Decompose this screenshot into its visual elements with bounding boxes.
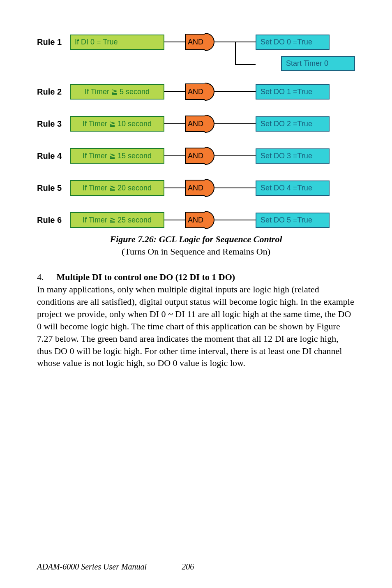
wire [214,188,256,188]
condition-box: If Timer ≧ 10 second [70,116,164,132]
wire [214,123,256,124]
gate-curve [205,211,214,229]
wire [164,123,185,124]
page-number: 206 [182,562,194,571]
wire [164,91,185,92]
gcl-logic-diagram: Rule 1 If DI 0 = True AND Set DO 0 =True… [37,33,355,229]
wire [214,155,256,156]
and-gate: AND [185,115,214,133]
section-title: Multiple DI to control one DO (12 DI to … [57,272,235,282]
gate-label: AND [185,116,205,132]
wire [164,188,185,188]
and-gate: AND [185,147,214,165]
wire [214,91,256,92]
gate-curve [205,179,214,197]
condition-box: If DI 0 = True [70,35,164,50]
manual-title: ADAM-6000 Series User Manual [37,562,147,571]
gate-label: AND [185,148,205,164]
page-footer: ADAM-6000 Series User Manual 206 [37,562,194,572]
wire [164,220,185,220]
rule-label: Rule 2 [37,87,70,97]
output-box: Set DO 2 =True [256,116,330,132]
wire [214,42,235,42]
gate-label: AND [185,212,205,228]
rule-label: Rule 4 [37,151,70,161]
rule-label: Rule 3 [37,119,70,129]
branch [235,42,256,42]
rule-label: Rule 6 [37,215,70,225]
rule-row: Rule 5 If Timer ≧ 20 second AND Set DO 4… [37,179,355,197]
wire [164,155,185,156]
condition-box: If Timer ≧ 20 second [70,180,164,196]
rule-row: Rule 4 If Timer ≧ 15 second AND Set DO 3… [37,147,355,165]
gate-curve [205,147,214,165]
rule-row: Rule 6 If Timer ≧ 25 second AND Set DO 5… [37,211,355,229]
rule-row: Rule 3 If Timer ≧ 10 second AND Set DO 2… [37,115,355,133]
extra-output-row: Start Timer 0 [70,56,355,71]
wire [164,42,185,42]
condition-box: If Timer ≧ 5 second [70,84,164,100]
gate-curve [205,33,214,51]
section-body: In many applications, only when multiple… [37,283,355,369]
gate-label: AND [185,180,205,196]
output-box: Set DO 1 =True [256,84,330,100]
wire [214,220,256,220]
and-gate: AND [185,33,214,51]
output-box: Set DO 5 =True [256,213,330,228]
gate-label: AND [185,83,205,100]
rule-label: Rule 1 [37,37,70,47]
gate-label: AND [185,34,205,50]
section-number: 4. [37,272,54,282]
output-box: Set DO 0 =True [256,35,330,50]
rule-row: Rule 1 If DI 0 = True AND Set DO 0 =True [37,33,355,51]
condition-box: If Timer ≧ 15 second [70,148,164,164]
condition-box: If Timer ≧ 25 second [70,212,164,228]
gate-curve [205,83,214,101]
rule-row: Rule 2 If Timer ≧ 5 second AND Set DO 1 … [37,83,355,101]
rule-label: Rule 5 [37,183,70,193]
figure-caption: Figure 7.26: GCL Logic for Sequence Cont… [37,234,355,245]
and-gate: AND [185,211,214,229]
output-box: Set DO 4 =True [256,181,330,196]
output-box: Set DO 3 =True [256,148,330,164]
and-gate: AND [185,83,214,101]
and-gate: AND [185,179,214,197]
output-box: Start Timer 0 [281,56,355,71]
section-heading: 4. Multiple DI to control one DO (12 DI … [37,272,355,282]
figure-subcaption: (Turns On in Sequence and Remains On) [37,246,355,257]
gate-curve [205,115,214,133]
